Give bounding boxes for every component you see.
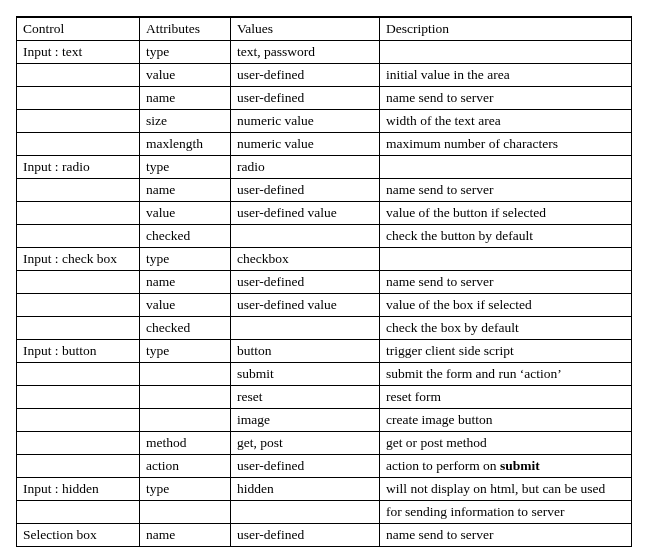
cell-attribute: method <box>140 432 231 455</box>
cell-description: initial value in the area <box>380 64 632 87</box>
cell-value: numeric value <box>231 110 380 133</box>
cell-description: name send to server <box>380 87 632 110</box>
table-row: valueuser-definedinitial value in the ar… <box>17 64 632 87</box>
table-row: resetreset form <box>17 386 632 409</box>
cell-value: user-defined <box>231 64 380 87</box>
cell-value: user-defined <box>231 455 380 478</box>
cell-value: checkbox <box>231 248 380 271</box>
cell-attribute <box>140 386 231 409</box>
col-values: Values <box>231 17 380 41</box>
table-row: nameuser-definedname send to server <box>17 179 632 202</box>
cell-description: action to perform on submit <box>380 455 632 478</box>
cell-value: radio <box>231 156 380 179</box>
cell-value: user-defined <box>231 179 380 202</box>
cell-description: value of the box if selected <box>380 294 632 317</box>
cell-control <box>17 455 140 478</box>
cell-description: get or post method <box>380 432 632 455</box>
cell-attribute: name <box>140 524 231 547</box>
cell-description: submit the form and run ‘action’ <box>380 363 632 386</box>
cell-control <box>17 64 140 87</box>
cell-control <box>17 432 140 455</box>
table-row: sizenumeric valuewidth of the text area <box>17 110 632 133</box>
cell-control <box>17 202 140 225</box>
cell-value <box>231 225 380 248</box>
cell-control <box>17 87 140 110</box>
table-row: Input : buttontypebuttontrigger client s… <box>17 340 632 363</box>
cell-description: for sending information to server <box>380 501 632 524</box>
cell-control <box>17 501 140 524</box>
cell-control <box>17 271 140 294</box>
cell-control <box>17 317 140 340</box>
cell-value: user-defined <box>231 87 380 110</box>
table-row: imagecreate image button <box>17 409 632 432</box>
table-row: maxlengthnumeric valuemaximum number of … <box>17 133 632 156</box>
cell-value <box>231 501 380 524</box>
col-attributes: Attributes <box>140 17 231 41</box>
cell-attribute: checked <box>140 317 231 340</box>
table-row: valueuser-defined valuevalue of the butt… <box>17 202 632 225</box>
cell-control: Input : hidden <box>17 478 140 501</box>
cell-description: check the button by default <box>380 225 632 248</box>
cell-description <box>380 156 632 179</box>
cell-description: value of the button if selected <box>380 202 632 225</box>
cell-control <box>17 363 140 386</box>
cell-description <box>380 41 632 64</box>
cell-value: button <box>231 340 380 363</box>
cell-control <box>17 225 140 248</box>
cell-control <box>17 179 140 202</box>
cell-attribute: name <box>140 179 231 202</box>
cell-description: create image button <box>380 409 632 432</box>
cell-attribute: value <box>140 202 231 225</box>
cell-control: Input : text <box>17 41 140 64</box>
cell-description: reset form <box>380 386 632 409</box>
table-row: methodget, postget or post method <box>17 432 632 455</box>
cell-control <box>17 294 140 317</box>
cell-description: name send to server <box>380 271 632 294</box>
cell-description: will not display on html, but can be use… <box>380 478 632 501</box>
table-header-row: Control Attributes Values Description <box>17 17 632 41</box>
cell-value: text, password <box>231 41 380 64</box>
table-row: nameuser-definedname send to server <box>17 271 632 294</box>
col-control: Control <box>17 17 140 41</box>
cell-value: image <box>231 409 380 432</box>
table-row: checkedcheck the button by default <box>17 225 632 248</box>
cell-control <box>17 133 140 156</box>
table-row: submitsubmit the form and run ‘action’ <box>17 363 632 386</box>
table-row: nameuser-definedname send to server <box>17 87 632 110</box>
cell-value: user-defined <box>231 271 380 294</box>
cell-description: width of the text area <box>380 110 632 133</box>
cell-attribute: name <box>140 87 231 110</box>
table-row: Input : hiddentypehiddenwill not display… <box>17 478 632 501</box>
table-row: checkedcheck the box by default <box>17 317 632 340</box>
cell-control <box>17 386 140 409</box>
col-description: Description <box>380 17 632 41</box>
cell-attribute: type <box>140 478 231 501</box>
cell-value: hidden <box>231 478 380 501</box>
cell-attribute: name <box>140 271 231 294</box>
cell-attribute: action <box>140 455 231 478</box>
cell-value: user-defined value <box>231 294 380 317</box>
cell-control: Selection box <box>17 524 140 547</box>
cell-control: Input : radio <box>17 156 140 179</box>
cell-attribute: maxlength <box>140 133 231 156</box>
cell-description: check the box by default <box>380 317 632 340</box>
cell-attribute: type <box>140 340 231 363</box>
cell-value: numeric value <box>231 133 380 156</box>
cell-attribute: size <box>140 110 231 133</box>
cell-attribute: value <box>140 64 231 87</box>
cell-value: get, post <box>231 432 380 455</box>
cell-control <box>17 110 140 133</box>
cell-description: name send to server <box>380 524 632 547</box>
cell-value: submit <box>231 363 380 386</box>
table-row: Selection boxnameuser-definedname send t… <box>17 524 632 547</box>
table-row: Input : check boxtypecheckbox <box>17 248 632 271</box>
cell-attribute <box>140 363 231 386</box>
cell-value: user-defined <box>231 524 380 547</box>
table-row: for sending information to server <box>17 501 632 524</box>
cell-value <box>231 317 380 340</box>
cell-control: Input : check box <box>17 248 140 271</box>
table-row: actionuser-definedaction to perform on s… <box>17 455 632 478</box>
cell-control: Input : button <box>17 340 140 363</box>
table-row: Input : radiotyperadio <box>17 156 632 179</box>
cell-attribute <box>140 501 231 524</box>
